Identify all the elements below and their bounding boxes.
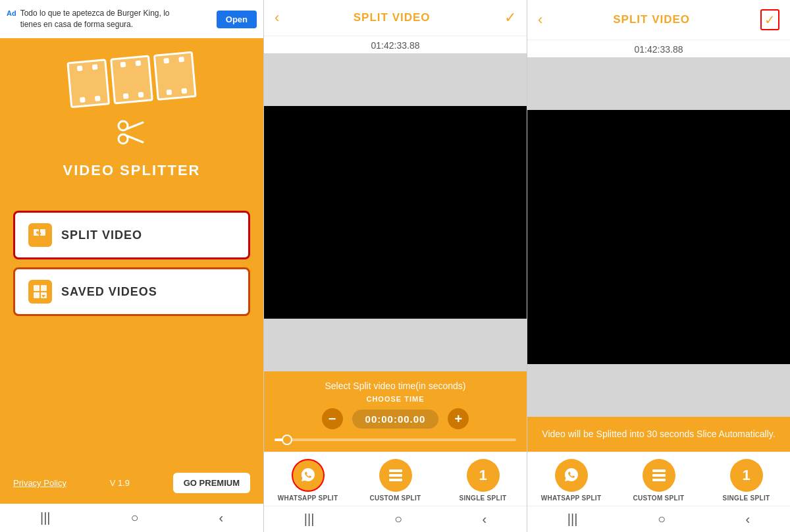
panel-split-video-1: ‹ SPLIT VIDEO ✓ 01:42:33.88 Select Split… <box>263 0 527 532</box>
nav-bar-panel1: ||| ○ ‹ <box>0 504 263 532</box>
nav-menu-icon-p3[interactable]: ||| <box>567 512 578 527</box>
check-button-panel3[interactable]: ✓ <box>760 9 779 30</box>
nav-menu-icon[interactable]: ||| <box>40 510 51 525</box>
time-minus-button[interactable]: − <box>322 408 343 429</box>
nav-back-icon[interactable]: ‹ <box>219 510 223 525</box>
progress-bar-track <box>275 439 516 441</box>
film-frame-2 <box>110 55 153 105</box>
header-panel2: ‹ SPLIT VIDEO ✓ <box>264 0 527 36</box>
saved-videos-button[interactable]: SAVED VIDEOS <box>13 267 250 316</box>
saved-videos-icon <box>28 280 52 304</box>
menu-section: SPLIT VIDEO SAVED VIDEOS <box>0 198 263 329</box>
whatsapp-info-section: Video will be Splitted into 30 seconds S… <box>527 417 790 452</box>
svg-rect-15 <box>389 479 402 481</box>
tab-whatsapp-split-panel2[interactable]: WHATSAPP SPLIT <box>264 459 352 502</box>
bottom-tabs-panel3: WHATSAPP SPLIT CUSTOM SPLIT 1 SINGLE SPL… <box>527 452 790 506</box>
choose-time-label: CHOOSE TIME <box>275 395 516 403</box>
svg-rect-9 <box>41 285 47 291</box>
svg-rect-16 <box>652 469 666 472</box>
video-preview-panel3 <box>527 57 790 417</box>
nav-back-icon-p2[interactable]: ‹ <box>483 512 487 527</box>
custom-split-icon-panel2 <box>379 459 412 492</box>
svg-rect-5 <box>40 229 45 236</box>
controls-section-panel2: Select Split video time(in seconds) CHOO… <box>264 371 527 452</box>
ad-content: Ad Todo lo que te apetezca de Burger Kin… <box>7 8 192 30</box>
single-split-icon-panel3: 1 <box>730 459 763 492</box>
whatsapp-split-info-text: Video will be Splitted into 30 seconds S… <box>542 427 775 441</box>
privacy-policy-link[interactable]: Privacy Policy <box>13 478 66 488</box>
time-display: 00:00:00.00 <box>352 410 439 429</box>
nav-bar-panel3: ||| ○ ‹ <box>527 506 790 532</box>
back-button-panel2[interactable]: ‹ <box>275 9 279 26</box>
video-gray-top-panel3 <box>527 57 790 110</box>
ad-open-button[interactable]: Open <box>217 11 257 28</box>
svg-rect-8 <box>34 285 40 291</box>
version-text: V 1.9 <box>110 478 130 488</box>
video-gray-bottom-panel2 <box>264 319 527 371</box>
svg-point-6 <box>36 231 39 234</box>
back-button-panel3[interactable]: ‹ <box>538 11 542 28</box>
whatsapp-icon-panel2 <box>292 459 325 492</box>
video-gray-bottom-panel3 <box>527 364 790 417</box>
panel-split-video-2: ‹ SPLIT VIDEO ✓ 01:42:33.88 Video will b… <box>527 0 790 532</box>
go-premium-button[interactable]: GO PREMIUM <box>173 473 250 493</box>
header-panel3: ‹ SPLIT VIDEO ✓ <box>527 0 790 40</box>
panel-main-app: Ad Todo lo que te apetezca de Burger Kin… <box>0 0 263 532</box>
nav-menu-icon-p2[interactable]: ||| <box>304 512 315 527</box>
single-split-number-panel3: 1 <box>742 467 750 484</box>
header-title-panel3: SPLIT VIDEO <box>613 13 690 26</box>
tab-whatsapp-split-panel3[interactable]: WHATSAPP SPLIT <box>527 459 615 502</box>
svg-line-3 <box>126 136 143 142</box>
saved-videos-label: SAVED VIDEOS <box>61 285 157 299</box>
select-time-label: Select Split video time(in seconds) <box>275 381 516 391</box>
tab-single-split-panel2[interactable]: 1 SINGLE SPLIT <box>439 459 527 502</box>
ad-label: Ad <box>7 9 16 17</box>
tab-custom-split-panel2[interactable]: CUSTOM SPLIT <box>352 459 439 502</box>
whatsapp-icon-panel3 <box>555 459 588 492</box>
nav-back-icon-p3[interactable]: ‹ <box>746 512 750 527</box>
timestamp-panel2: 01:42:33.88 <box>264 36 527 53</box>
video-black-panel3 <box>527 110 790 364</box>
film-frame-1 <box>66 59 110 108</box>
video-gray-top-panel2 <box>264 53 527 106</box>
single-split-tab-label-panel3: SINGLE SPLIT <box>723 494 770 502</box>
hero-section: VIDEO SPLITTER <box>0 38 263 198</box>
whatsapp-split-tab-label-panel3: WHATSAPP SPLIT <box>541 494 602 502</box>
scissors-icon <box>115 116 148 149</box>
svg-rect-13 <box>389 469 402 472</box>
split-video-label: SPLIT VIDEO <box>61 228 142 242</box>
ad-text: Todo lo que te apetezca de Burger King, … <box>20 8 192 30</box>
nav-bar-panel2: ||| ○ ‹ <box>264 506 527 532</box>
svg-rect-14 <box>389 474 402 477</box>
svg-rect-17 <box>652 474 666 477</box>
timestamp-panel3: 01:42:33.88 <box>527 40 790 57</box>
check-button-panel2[interactable]: ✓ <box>504 9 516 26</box>
nav-home-icon-p2[interactable]: ○ <box>394 512 402 527</box>
whatsapp-split-tab-label-panel2: WHATSAPP SPLIT <box>278 494 338 502</box>
custom-split-icon-panel3 <box>643 459 675 492</box>
split-video-button[interactable]: SPLIT VIDEO <box>13 211 250 259</box>
video-black-panel2 <box>264 106 527 319</box>
svg-rect-18 <box>652 479 666 481</box>
single-split-tab-label-panel2: SINGLE SPLIT <box>460 494 507 502</box>
custom-split-tab-label-panel3: CUSTOM SPLIT <box>633 494 685 502</box>
split-video-icon <box>28 223 52 247</box>
progress-thumb[interactable] <box>282 435 292 445</box>
header-title-panel2: SPLIT VIDEO <box>354 11 431 24</box>
video-preview-panel2 <box>264 53 527 371</box>
ad-banner: Ad Todo lo que te apetezca de Burger Kin… <box>0 0 263 38</box>
time-plus-button[interactable]: + <box>448 408 469 429</box>
footer-bar: Privacy Policy V 1.9 GO PREMIUM <box>0 462 263 504</box>
custom-split-tab-label-panel2: CUSTOM SPLIT <box>370 494 421 502</box>
time-control-row: − 00:00:00.00 + <box>275 408 516 429</box>
progress-bar-container[interactable] <box>275 436 516 446</box>
nav-home-icon-p3[interactable]: ○ <box>658 512 666 527</box>
app-title: VIDEO SPLITTER <box>63 162 201 179</box>
single-split-number: 1 <box>479 467 487 484</box>
nav-home-icon[interactable]: ○ <box>130 510 138 525</box>
tab-single-split-panel3[interactable]: 1 SINGLE SPLIT <box>702 459 790 502</box>
film-strip-decoration <box>66 51 196 108</box>
tab-custom-split-panel3[interactable]: CUSTOM SPLIT <box>615 459 702 502</box>
svg-line-2 <box>126 122 143 129</box>
bottom-tabs-panel2: WHATSAPP SPLIT CUSTOM SPLIT 1 SINGLE SPL… <box>264 452 527 506</box>
